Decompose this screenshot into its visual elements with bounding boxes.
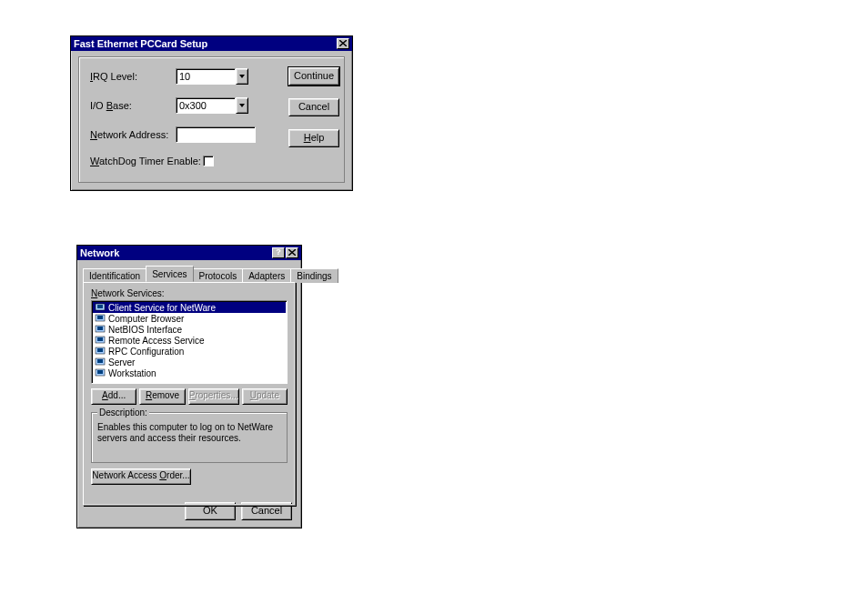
tab-services[interactable]: Services <box>146 266 193 282</box>
network-address-input[interactable] <box>176 126 256 143</box>
description-legend: Description: <box>97 408 149 418</box>
irq-level-combo[interactable]: 10 <box>176 68 248 85</box>
io-base-label: I/O Base: <box>90 100 176 111</box>
list-item[interactable]: Client Service for NetWare <box>93 302 286 313</box>
list-item-label: Computer Browser <box>108 314 184 324</box>
list-item[interactable]: Server <box>93 357 286 367</box>
list-item[interactable]: Remote Access Service <box>93 335 286 346</box>
fast-ethernet-pccard-setup-window: Fast Ethernet PCCard Setup IRQ Level: 10… <box>70 35 353 191</box>
tab-protocols[interactable]: Protocols <box>193 268 244 283</box>
description-group: Description: Enables this computer to lo… <box>91 412 288 463</box>
list-item-label: Remote Access Service <box>108 336 205 346</box>
svg-rect-1 <box>97 305 103 308</box>
list-item[interactable]: NetBIOS Interface <box>93 324 286 335</box>
network-window: Network ? Identification Services Protoc… <box>76 245 302 528</box>
irq-level-label: IRQ Level: <box>90 71 176 82</box>
svg-rect-5 <box>97 327 103 330</box>
add-button[interactable]: Add... <box>91 388 136 405</box>
titlebar[interactable]: Network ? <box>77 246 301 260</box>
network-access-order-button[interactable]: Network Access Order... <box>91 468 191 485</box>
watchdog-timer-checkbox[interactable] <box>203 156 214 166</box>
tab-adapters[interactable]: Adapters <box>242 268 291 283</box>
svg-rect-13 <box>97 370 103 374</box>
svg-rect-11 <box>97 359 103 363</box>
network-address-label: Network Address: <box>90 129 176 140</box>
svg-rect-3 <box>97 316 103 319</box>
services-tabpage: Network Services: Client Service for Net… <box>83 282 296 506</box>
tab-bindings[interactable]: Bindings <box>290 268 338 283</box>
properties-button[interactable]: Properties... <box>188 388 239 405</box>
chevron-down-icon[interactable] <box>236 68 248 85</box>
help-button[interactable]: Help <box>288 129 339 147</box>
list-item[interactable]: Workstation <box>93 367 286 378</box>
list-item-label: NetBIOS Interface <box>108 325 182 335</box>
window-title: Network <box>80 247 119 258</box>
tab-identification[interactable]: Identification <box>83 268 146 283</box>
service-icon <box>95 368 106 377</box>
network-services-label: Network Services: <box>91 288 288 298</box>
remove-button[interactable]: Remove <box>139 388 185 405</box>
service-icon <box>95 325 106 334</box>
titlebar[interactable]: Fast Ethernet PCCard Setup <box>71 36 352 51</box>
list-item-label: RPC Configuration <box>108 347 184 357</box>
window-title: Fast Ethernet PCCard Setup <box>74 38 207 49</box>
list-item[interactable]: RPC Configuration <box>93 346 286 357</box>
watchdog-timer-label: WatchDog Timer Enable: <box>90 156 203 166</box>
service-icon <box>95 303 106 312</box>
continue-button[interactable]: Continue <box>288 67 339 86</box>
service-icon <box>95 314 106 323</box>
tabstrip: Identification Services Protocols Adapte… <box>83 266 296 282</box>
io-base-value: 0x300 <box>176 97 236 114</box>
close-icon[interactable] <box>337 38 349 49</box>
description-text: Enables this computer to log on to NetWa… <box>97 422 273 443</box>
io-base-combo[interactable]: 0x300 <box>176 97 248 114</box>
svg-rect-7 <box>97 337 103 341</box>
help-icon[interactable]: ? <box>272 247 285 258</box>
service-icon <box>95 347 106 356</box>
irq-level-value: 10 <box>176 68 236 85</box>
list-item-label: Client Service for NetWare <box>108 303 216 313</box>
cancel-button[interactable]: Cancel <box>288 98 339 116</box>
svg-rect-9 <box>97 348 103 352</box>
list-item[interactable]: Computer Browser <box>93 313 286 324</box>
network-services-list[interactable]: Client Service for NetWare Computer Brow… <box>91 300 288 384</box>
service-icon <box>95 336 106 345</box>
list-item-label: Workstation <box>108 368 156 378</box>
list-item-label: Server <box>108 357 135 367</box>
update-button[interactable]: Update <box>242 388 288 405</box>
close-icon[interactable] <box>286 247 298 258</box>
chevron-down-icon[interactable] <box>236 97 248 114</box>
service-icon <box>95 357 106 367</box>
